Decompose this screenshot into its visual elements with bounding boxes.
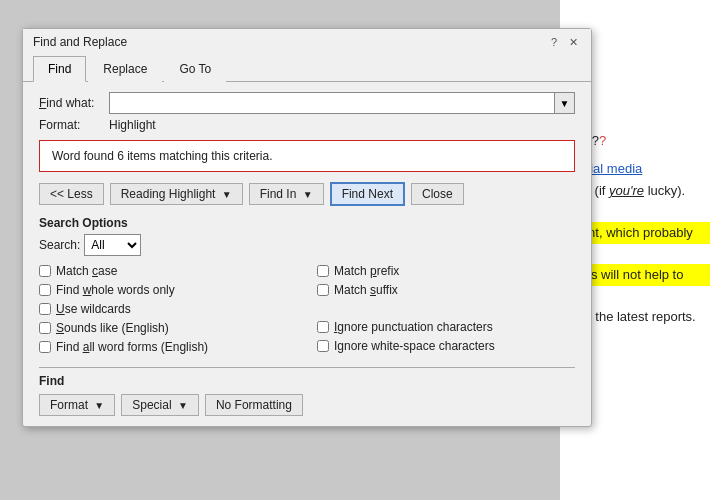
find-footer-label: Find [39, 374, 575, 388]
format-value: Highlight [109, 118, 156, 132]
titlebar-controls: ? ✕ [548, 36, 581, 49]
action-buttons-row: << Less Reading Highlight ▼ Find In ▼ Fi… [39, 182, 575, 206]
checkbox-ignore-punct: Ignore punctuation characters [317, 320, 575, 334]
special-button[interactable]: Special ▼ [121, 394, 199, 416]
find-replace-dialog: Find and Replace ? ✕ Find Replace Go To … [22, 28, 592, 427]
match-prefix-label: Match prefix [334, 264, 399, 278]
checkbox-match-suffix: Match suffix [317, 283, 575, 297]
options-col-right: Match prefix Match suffix Ignore punctua… [317, 264, 575, 359]
options-grid: Match case Find whole words only Use wil… [39, 264, 575, 359]
all-forms-checkbox[interactable] [39, 341, 51, 353]
sounds-like-label: Sounds like (English) [56, 321, 169, 335]
find-what-dropdown[interactable]: ▼ [555, 92, 575, 114]
find-next-button[interactable]: Find Next [330, 182, 405, 206]
ignore-space-checkbox[interactable] [317, 340, 329, 352]
match-suffix-label: Match suffix [334, 283, 398, 297]
all-forms-label: Find all word forms (English) [56, 340, 208, 354]
match-prefix-checkbox[interactable] [317, 265, 329, 277]
find-what-label: Find what: [39, 96, 109, 110]
special-arrow: ▼ [178, 400, 188, 411]
match-suffix-checkbox[interactable] [317, 284, 329, 296]
ignore-space-label: Ignore white-space characters [334, 339, 495, 353]
tab-find[interactable]: Find [33, 56, 86, 82]
search-options-header: Search Options [39, 216, 575, 230]
checkbox-wildcards: Use wildcards [39, 302, 297, 316]
checkbox-ignore-space: Ignore white-space characters [317, 339, 575, 353]
format-arrow: ▼ [94, 400, 104, 411]
find-what-input[interactable] [109, 92, 555, 114]
search-select[interactable]: All Up Down [84, 234, 141, 256]
status-message: Word found 6 items matching this criteri… [39, 140, 575, 172]
sounds-like-checkbox[interactable] [39, 322, 51, 334]
checkbox-match-prefix: Match prefix [317, 264, 575, 278]
find-input-wrapper: ▼ [109, 92, 575, 114]
whole-words-checkbox[interactable] [39, 284, 51, 296]
no-formatting-button[interactable]: No Formatting [205, 394, 303, 416]
tab-bar: Find Replace Go To [23, 55, 591, 82]
whole-words-label: Find whole words only [56, 283, 175, 297]
tab-replace[interactable]: Replace [88, 56, 162, 82]
checkbox-match-case: Match case [39, 264, 297, 278]
ignore-punct-label: Ignore punctuation characters [334, 320, 493, 334]
tab-goto[interactable]: Go To [164, 56, 226, 82]
checkbox-all-forms: Find all word forms (English) [39, 340, 297, 354]
close-button[interactable]: Close [411, 183, 464, 205]
find-in-button[interactable]: Find In ▼ [249, 183, 324, 205]
wildcards-label: Use wildcards [56, 302, 131, 316]
find-in-arrow: ▼ [303, 189, 313, 200]
format-label: Format: [39, 118, 109, 132]
less-button[interactable]: << Less [39, 183, 104, 205]
format-button[interactable]: Format ▼ [39, 394, 115, 416]
help-button[interactable]: ? [548, 36, 560, 48]
format-row: Format: Highlight [39, 118, 575, 132]
find-what-row: Find what: ▼ [39, 92, 575, 114]
options-col-left: Match case Find whole words only Use wil… [39, 264, 297, 359]
find-footer-section: Find Format ▼ Special ▼ No Formatting [39, 367, 575, 416]
find-footer-buttons: Format ▼ Special ▼ No Formatting [39, 394, 575, 416]
reading-highlight-button[interactable]: Reading Highlight ▼ [110, 183, 243, 205]
dialog-titlebar: Find and Replace ? ✕ [23, 29, 591, 53]
dialog-body: Find what: ▼ Format: Highlight Word foun… [23, 82, 591, 426]
wildcards-checkbox[interactable] [39, 303, 51, 315]
dialog-title: Find and Replace [33, 35, 127, 49]
checkbox-sounds-like: Sounds like (English) [39, 321, 297, 335]
search-all-row: Search: All Up Down [39, 234, 575, 256]
ignore-punct-checkbox[interactable] [317, 321, 329, 333]
match-case-checkbox[interactable] [39, 265, 51, 277]
close-title-button[interactable]: ✕ [566, 36, 581, 49]
checkbox-whole-words: Find whole words only [39, 283, 297, 297]
search-label: Search: [39, 238, 80, 252]
reading-highlight-arrow: ▼ [222, 189, 232, 200]
match-case-label: Match case [56, 264, 117, 278]
